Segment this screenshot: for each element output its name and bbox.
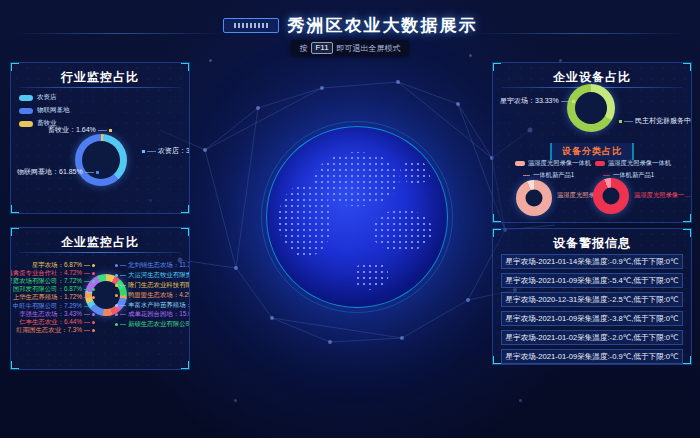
device-donut-chart[interactable] bbox=[567, 84, 615, 132]
enterprise-label: 成单花园合园地：15.02% bbox=[115, 310, 190, 320]
enterprise-label: 红越禽蛋专业合作社：4.72% bbox=[10, 269, 95, 277]
legend-swatch bbox=[19, 108, 33, 114]
category-legend-right: 温湿度光照录像一体机 一体机新产品1 bbox=[595, 159, 671, 180]
alarm-row: 星宇农场-2021-01-14采集温度:-0.9℃,低于下限:0℃ bbox=[501, 254, 683, 269]
slice-label: 星宇农场：33.33% bbox=[500, 96, 575, 106]
stars-decoration bbox=[0, 0, 1, 1]
enterprise-label: 红南国生态农业：7.3% bbox=[16, 327, 95, 335]
legend-swatch bbox=[19, 95, 33, 101]
header: 秀洲区农业大数据展示 bbox=[0, 14, 700, 37]
enterprise-label: 中旺牛有限公司：7.29% bbox=[13, 302, 95, 310]
brand-logo-icon bbox=[223, 18, 279, 33]
enterprise-label: 大运河生态牧业有限责任公 bbox=[115, 271, 190, 281]
hint-prefix: 按 bbox=[299, 43, 307, 54]
legend-swatch bbox=[19, 121, 33, 127]
legend-label: 物联网基地 bbox=[37, 106, 70, 115]
category-donut-right[interactable] bbox=[593, 178, 629, 214]
alarm-list: 星宇农场-2021-01-14采集温度:-0.9℃,低于下限:0℃星宇农场-20… bbox=[501, 254, 683, 364]
enterprise-label: 李强生态农场：3.43% bbox=[19, 310, 95, 318]
globe-visualization bbox=[266, 126, 448, 308]
globe-continent-dots bbox=[271, 131, 443, 303]
enterprise-label: 新硕生态农业有限公司：6.87% bbox=[115, 320, 190, 330]
legend-item[interactable]: 农资店 bbox=[19, 93, 70, 102]
category-legend-left: 温湿度光照录像一体机 一体机新产品1 bbox=[515, 159, 591, 180]
page-title: 秀洲区农业大数据展示 bbox=[288, 14, 478, 37]
dashboard-screen: 秀洲区农业大数据展示 按 F11 即可退出全屏模式 行业监控占比 农资店物联网基… bbox=[0, 0, 700, 438]
panel-title: 设备警报信息 bbox=[493, 235, 691, 252]
fullscreen-hint: 按 F11 即可退出全屏模式 bbox=[0, 40, 700, 56]
enterprise-label: 家庭农场有限公司：7.72% bbox=[10, 277, 95, 285]
divider bbox=[19, 252, 181, 253]
legend-item[interactable]: 温湿度光照录像一体机 bbox=[595, 159, 671, 168]
panel-enterprise-monitor-ratio: 企业监控占比 星宇农场：6.87%红越禽蛋专业合作社：4.72%家庭农场有限公司… bbox=[10, 227, 190, 370]
slice-label: 民主村党群服务中心： bbox=[619, 116, 692, 126]
category-donut-left[interactable] bbox=[516, 180, 552, 216]
divider bbox=[19, 87, 181, 88]
enterprise-label: 鸭盟盟生态农场：4.29 bbox=[115, 290, 190, 300]
enterprise-label: 丰富水产种苗养殖场：1. bbox=[115, 300, 190, 310]
panel-enterprise-device-ratio: 企业设备占比 星宇农场：33.33% 民主村党群服务中心： 设备分类占比 温湿度… bbox=[492, 62, 692, 223]
enterprise-label: 北刘锦生态农场：11.36% bbox=[115, 261, 190, 271]
legend-item[interactable]: 一体机新产品1 bbox=[515, 171, 591, 180]
panel-title: 行业监控占比 bbox=[11, 69, 189, 86]
f11-key-badge: F11 bbox=[311, 42, 332, 54]
enterprise-label: 星宇农场：6.87% bbox=[32, 261, 95, 269]
alarm-row: 星宇农场-2021-01-09采集温度:-0.9℃,低于下限:0℃ bbox=[501, 349, 683, 364]
alarm-row: 星宇农场-2021-01-09采集温度:-3.8℃,低于下限:0℃ bbox=[501, 311, 683, 326]
enterprise-labels-right: 北刘锦生态农场：11.36%大运河生态牧业有限责任公隆门生态农业科技有限公鸭盟盟… bbox=[115, 261, 190, 330]
alarm-row: 星宇农场-2021-01-09采集温度:-5.4℃,低于下限:0℃ bbox=[501, 273, 683, 288]
slice-label: 物联网基地：61.85% bbox=[17, 167, 99, 177]
slice-label: 农资店：36.51% bbox=[142, 146, 190, 156]
legend-item[interactable]: 温湿度光照录像一体机 bbox=[515, 159, 591, 168]
industry-donut-chart[interactable] bbox=[75, 134, 127, 186]
legend-label: 农资店 bbox=[37, 93, 57, 102]
enterprise-label: 仁丰生态农业：6.44% bbox=[19, 318, 95, 326]
panel-industry-ratio: 行业监控占比 农资店物联网基地畜牧业 畜牧业：1.64% 农资店：36.51% … bbox=[10, 62, 190, 214]
enterprise-label: 国邦发有限公司：6.87% bbox=[13, 286, 95, 294]
enterprise-label: 隆门生态农业科技有限公 bbox=[115, 281, 190, 291]
panel-title: 企业监控占比 bbox=[11, 234, 189, 251]
panel-device-alarms: 设备警报信息 星宇农场-2021-01-14采集温度:-0.9℃,低于下限:0℃… bbox=[492, 228, 692, 365]
device-category-title: 设备分类占比 bbox=[550, 143, 634, 160]
alarm-row: 星宇农场-2020-12-31采集温度:-2.5℃,低于下限:0℃ bbox=[501, 292, 683, 307]
legend-item[interactable]: 物联网基地 bbox=[19, 106, 70, 115]
enterprise-label: 上华生态养殖场：1.72% bbox=[13, 294, 95, 302]
hint-suffix: 即可退出全屏模式 bbox=[337, 43, 401, 54]
alarm-row: 星宇农场-2021-01-02采集温度:-2.0℃,低于下限:0℃ bbox=[501, 330, 683, 345]
category-pointer-label: 温湿度光照录像一… bbox=[634, 191, 691, 200]
slice-label: 畜牧业：1.64% bbox=[48, 125, 112, 135]
industry-legend: 农资店物联网基地畜牧业 bbox=[19, 93, 70, 128]
enterprise-labels-left: 星宇农场：6.87%红越禽蛋专业合作社：4.72%家庭农场有限公司：7.72%国… bbox=[11, 261, 95, 335]
